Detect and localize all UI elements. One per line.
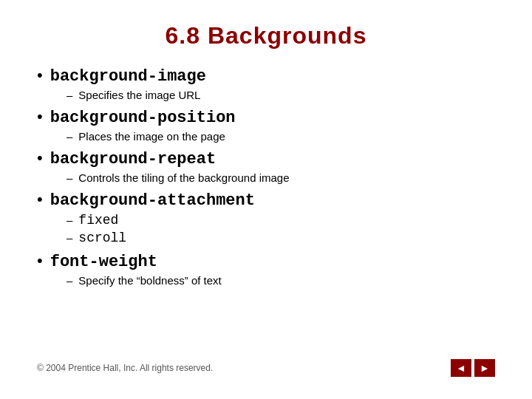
footer: © 2004 Prentice Hall, Inc. All rights re… bbox=[37, 352, 495, 377]
bullet-main-font-weight: •font-weight bbox=[37, 253, 495, 271]
bullet-main-bg-repeat: •background-repeat bbox=[37, 150, 495, 168]
sub-item-bg-position-sub1: –Places the image on the page bbox=[66, 130, 495, 143]
sub-item-bg-repeat-sub1: –Controls the tiling of the background i… bbox=[66, 171, 495, 184]
bullet-label-bg-attachment: background-attachment bbox=[50, 191, 255, 210]
sub-dash-font-weight-sub1: – bbox=[66, 274, 72, 287]
sub-text-bg-attachment-sub2: scroll bbox=[78, 231, 126, 245]
sub-dash-bg-attachment-sub1: – bbox=[66, 214, 72, 226]
sub-item-bg-attachment-sub2: –scroll bbox=[66, 231, 495, 245]
sub-text-bg-repeat-sub1: Controls the tiling of the background im… bbox=[78, 171, 289, 184]
slide-title: 6.8 Backgrounds bbox=[37, 22, 495, 50]
sub-text-bg-image-sub1: Specifies the image URL bbox=[78, 89, 200, 101]
sub-dash-bg-position-sub1: – bbox=[66, 130, 72, 143]
next-arrow-icon: ► bbox=[480, 363, 490, 373]
bullet-item-bg-position: •background-position–Places the image on… bbox=[37, 109, 495, 143]
bullet-item-font-weight: •font-weight–Specify the “boldness” of t… bbox=[37, 253, 495, 287]
bullet-dot-font-weight: • bbox=[37, 253, 43, 269]
bullet-main-bg-attachment: •background-attachment bbox=[37, 191, 495, 210]
bullet-label-bg-image: background-image bbox=[50, 67, 206, 86]
sub-text-bg-position-sub1: Places the image on the page bbox=[78, 130, 225, 143]
prev-button[interactable]: ◄ bbox=[451, 359, 471, 377]
bullet-label-bg-position: background-position bbox=[50, 109, 236, 127]
bullet-main-bg-image: •background-image bbox=[37, 67, 495, 86]
sub-text-font-weight-sub1: Specify the “boldness” of text bbox=[78, 274, 221, 287]
sub-item-font-weight-sub1: –Specify the “boldness” of text bbox=[66, 274, 495, 287]
bullet-item-bg-image: •background-image–Specifies the image UR… bbox=[37, 67, 495, 101]
bullet-main-bg-position: •background-position bbox=[37, 109, 495, 127]
sub-text-bg-attachment-sub1: fixed bbox=[78, 213, 118, 228]
nav-buttons: ◄ ► bbox=[451, 359, 495, 377]
bullet-item-bg-repeat: •background-repeat–Controls the tiling o… bbox=[37, 150, 495, 184]
bullet-dot-bg-image: • bbox=[37, 67, 43, 83]
content-area: •background-image–Specifies the image UR… bbox=[37, 67, 495, 352]
bullet-label-bg-repeat: background-repeat bbox=[50, 150, 216, 168]
bullet-label-font-weight: font-weight bbox=[50, 253, 157, 271]
next-button[interactable]: ► bbox=[474, 359, 495, 377]
bullet-dot-bg-repeat: • bbox=[37, 150, 43, 166]
bullet-dot-bg-attachment: • bbox=[37, 191, 43, 208]
bullet-item-bg-attachment: •background-attachment–fixed–scroll bbox=[37, 191, 495, 245]
copyright-text: © 2004 Prentice Hall, Inc. All rights re… bbox=[37, 363, 213, 373]
sub-dash-bg-image-sub1: – bbox=[66, 89, 72, 101]
sub-dash-bg-repeat-sub1: – bbox=[66, 171, 72, 184]
sub-item-bg-image-sub1: –Specifies the image URL bbox=[66, 89, 495, 101]
sub-dash-bg-attachment-sub2: – bbox=[66, 231, 72, 244]
prev-arrow-icon: ◄ bbox=[456, 363, 466, 373]
slide: 6.8 Backgrounds •background-image–Specif… bbox=[0, 0, 532, 399]
bullet-dot-bg-position: • bbox=[37, 109, 43, 125]
sub-item-bg-attachment-sub1: –fixed bbox=[66, 213, 495, 228]
